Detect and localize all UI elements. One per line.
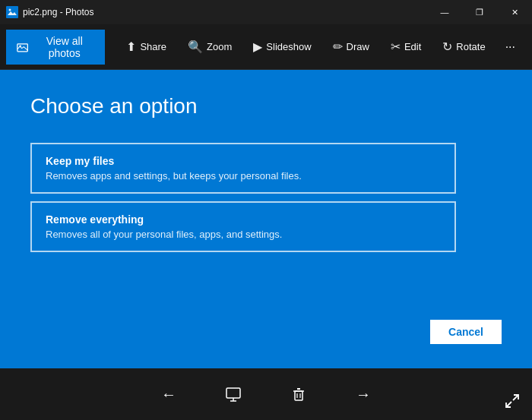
svg-rect-0 (6, 6, 18, 18)
zoom-button[interactable]: 🔍 Zoom (179, 30, 241, 65)
expand-button[interactable] (505, 393, 520, 412)
rotate-label: Rotate (456, 41, 485, 52)
cancel-button[interactable]: Cancel (430, 320, 502, 344)
trash-icon (290, 386, 307, 403)
close-button[interactable]: ✕ (497, 0, 532, 24)
draw-button[interactable]: ✏ Draw (324, 30, 378, 65)
svg-line-13 (506, 402, 511, 407)
cancel-row: Cancel (30, 320, 502, 344)
view-all-button[interactable]: View all photos (6, 30, 105, 65)
more-button[interactable]: ··· (495, 30, 526, 65)
monitor-button[interactable] (219, 380, 248, 409)
restore-button[interactable]: ❐ (462, 0, 497, 24)
svg-line-12 (513, 395, 518, 400)
title-bar: pic2.png - Photos — ❐ ✕ (0, 0, 532, 24)
edit-label: Edit (404, 41, 421, 52)
app-icon (6, 6, 18, 18)
back-button[interactable]: ← (155, 380, 182, 409)
expand-icon (505, 393, 520, 409)
remove-everything-desc: Removes all of your personal files, apps… (46, 229, 441, 240)
forward-button[interactable]: → (350, 380, 377, 409)
page-title: Choose an option (30, 94, 502, 118)
keep-files-option[interactable]: Keep my files Removes apps and settings,… (30, 143, 456, 194)
rotate-icon: ↻ (442, 39, 452, 54)
keep-files-title: Keep my files (46, 155, 441, 167)
svg-point-1 (9, 9, 11, 11)
share-button[interactable]: ⬆ Share (117, 30, 176, 65)
toolbar-actions: ⬆ Share 🔍 Zoom ▶ Slideshow ✏ Draw ✂ Edit… (117, 30, 494, 65)
bottom-bar: ← → (0, 368, 532, 420)
delete-button[interactable] (284, 380, 313, 409)
toolbar: View all photos ⬆ Share 🔍 Zoom ▶ Slidesh… (0, 24, 532, 70)
keep-files-desc: Removes apps and settings, but keeps you… (46, 170, 441, 182)
zoom-label: Zoom (207, 41, 232, 52)
svg-rect-4 (226, 388, 240, 398)
title-bar-controls: — ❐ ✕ (427, 0, 532, 24)
draw-label: Draw (347, 41, 369, 52)
rotate-button[interactable]: ↻ Rotate (433, 30, 494, 65)
title-bar-left: pic2.png - Photos (6, 6, 93, 18)
edit-button[interactable]: ✂ Edit (382, 30, 430, 65)
main-content: Choose an option Keep my files Removes a… (0, 70, 532, 368)
view-all-label: View all photos (34, 35, 94, 59)
window-title: pic2.png - Photos (23, 7, 93, 17)
slideshow-label: Slideshow (266, 41, 311, 52)
zoom-icon: 🔍 (188, 39, 203, 54)
monitor-icon (225, 386, 242, 403)
slideshow-icon: ▶ (253, 39, 262, 54)
remove-everything-option[interactable]: Remove everything Removes all of your pe… (30, 201, 456, 252)
remove-everything-title: Remove everything (46, 213, 441, 226)
svg-point-3 (19, 45, 21, 47)
share-label: Share (140, 41, 166, 52)
edit-icon: ✂ (391, 39, 401, 54)
draw-icon: ✏ (333, 39, 343, 54)
share-icon: ⬆ (126, 39, 136, 54)
photos-icon (17, 40, 28, 54)
slideshow-button[interactable]: ▶ Slideshow (244, 30, 320, 65)
minimize-button[interactable]: — (427, 0, 462, 24)
svg-rect-7 (295, 391, 302, 400)
